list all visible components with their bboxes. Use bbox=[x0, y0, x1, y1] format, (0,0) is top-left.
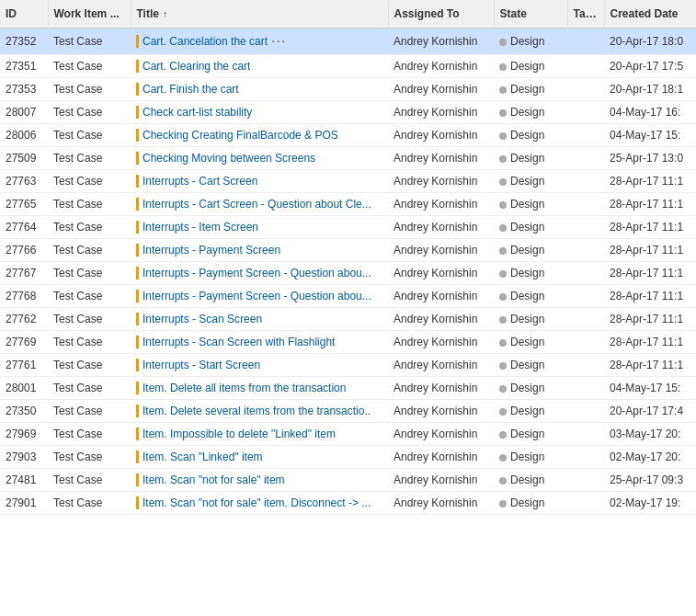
priority-bar-icon bbox=[136, 428, 139, 440]
cell-created-date: 04-May-17 15: bbox=[604, 377, 696, 400]
cell-assigned-to: Andrey Kornishin bbox=[388, 55, 494, 78]
table-row[interactable]: 27969Test CaseItem. Impossible to delete… bbox=[0, 423, 696, 446]
cell-created-date: 02-May-17 20: bbox=[604, 446, 696, 469]
col-header-state[interactable]: State bbox=[494, 0, 567, 29]
cell-state: Design bbox=[494, 147, 567, 170]
cell-work-item: Test Case bbox=[48, 124, 131, 147]
table-row[interactable]: 27350Test CaseItem. Delete several items… bbox=[0, 400, 696, 423]
cell-title[interactable]: Interrupts - Payment Screen - Question a… bbox=[131, 262, 388, 285]
table-row[interactable]: 27352Test CaseCart. Cancelation the cart… bbox=[0, 29, 696, 55]
cell-title[interactable]: Interrupts - Cart Screen bbox=[131, 170, 388, 193]
col-header-id[interactable]: ID bbox=[0, 0, 48, 29]
table-row[interactable]: 27353Test CaseCart. Finish the cartAndre… bbox=[0, 78, 696, 101]
state-dot-icon bbox=[499, 408, 507, 416]
cell-work-item: Test Case bbox=[48, 469, 131, 492]
table-row[interactable]: 27766Test CaseInterrupts - Payment Scree… bbox=[0, 239, 696, 262]
title-text: Interrupts - Payment Screen - Question a… bbox=[143, 267, 371, 279]
cell-title[interactable]: Cart. Clearing the cart bbox=[131, 55, 388, 78]
table-row[interactable]: 27509Test CaseChecking Moving between Sc… bbox=[0, 147, 696, 170]
state-dot-icon bbox=[499, 477, 507, 485]
table-row[interactable]: 27762Test CaseInterrupts - Scan ScreenAn… bbox=[0, 308, 696, 331]
cell-title[interactable]: Interrupts - Payment Screen bbox=[131, 239, 388, 262]
cell-state: Design bbox=[494, 423, 567, 446]
title-text: Interrupts - Scan Screen with Flashlight bbox=[143, 336, 335, 348]
title-text: Item. Delete several items from the tran… bbox=[143, 405, 371, 417]
cell-work-item: Test Case bbox=[48, 262, 131, 285]
cell-title[interactable]: Item. Delete several items from the tran… bbox=[131, 400, 388, 423]
cell-created-date: 03-May-17 20: bbox=[604, 423, 696, 446]
cell-state: Design bbox=[494, 124, 567, 147]
priority-bar-icon bbox=[136, 152, 139, 165]
cell-assigned-to: Andrey Kornishin bbox=[388, 193, 494, 216]
cell-title[interactable]: Interrupts - Cart Screen - Question abou… bbox=[131, 193, 388, 216]
cell-title[interactable]: Interrupts - Item Screen bbox=[131, 216, 388, 239]
table-row[interactable]: 27903Test CaseItem. Scan "Linked" itemAn… bbox=[0, 446, 696, 469]
cell-title[interactable]: Item. Scan "Linked" item bbox=[131, 446, 388, 469]
title-text: Checking Moving between Screens bbox=[143, 152, 315, 165]
cell-id: 28006 bbox=[0, 124, 48, 147]
cell-tags bbox=[567, 354, 604, 377]
cell-title[interactable]: Item. Delete all items from the transact… bbox=[131, 377, 388, 400]
cell-assigned-to: Andrey Kornishin bbox=[388, 262, 494, 285]
state-dot-icon bbox=[499, 500, 507, 508]
table-row[interactable]: 28001Test CaseItem. Delete all items fro… bbox=[0, 377, 696, 400]
cell-created-date: 02-May-17 19: bbox=[604, 492, 696, 515]
cell-title[interactable]: Checking Moving between Screens bbox=[131, 147, 388, 170]
cell-tags bbox=[567, 492, 604, 515]
table-row[interactable]: 27769Test CaseInterrupts - Scan Screen w… bbox=[0, 331, 696, 354]
cell-tags bbox=[567, 193, 604, 216]
cell-assigned-to: Andrey Kornishin bbox=[388, 354, 494, 377]
table-row[interactable]: 27481Test CaseItem. Scan "not for sale" … bbox=[0, 469, 696, 492]
state-dot-icon bbox=[499, 270, 507, 278]
more-options-icon[interactable]: ··· bbox=[271, 33, 286, 50]
priority-bar-icon bbox=[136, 267, 139, 279]
state-dot-icon bbox=[499, 224, 507, 232]
title-text: Cart. Cancelation the cart bbox=[143, 35, 268, 48]
cell-title[interactable]: Interrupts - Scan Screen with Flashlight bbox=[131, 331, 388, 354]
col-header-title[interactable]: Title ↑ bbox=[131, 0, 388, 29]
cell-work-item: Test Case bbox=[48, 308, 131, 331]
col-header-work-item[interactable]: Work Item ... bbox=[48, 0, 131, 29]
cell-title[interactable]: Checking Creating FinalBarcode & POS bbox=[131, 124, 388, 147]
state-dot-icon bbox=[499, 86, 507, 94]
cell-title[interactable]: Interrupts - Start Screen bbox=[131, 354, 388, 377]
table-row[interactable]: 27767Test CaseInterrupts - Payment Scree… bbox=[0, 262, 696, 285]
priority-bar-icon bbox=[136, 473, 139, 486]
title-text: Interrupts - Cart Screen - Question abou… bbox=[143, 198, 371, 211]
cell-assigned-to: Andrey Kornishin bbox=[388, 285, 494, 308]
table-row[interactable]: 27351Test CaseCart. Clearing the cartAnd… bbox=[0, 55, 696, 78]
cell-created-date: 28-Apr-17 11:1 bbox=[604, 331, 696, 354]
title-text: Interrupts - Scan Screen bbox=[143, 313, 262, 325]
col-header-tags[interactable]: Tags bbox=[567, 0, 604, 29]
cell-assigned-to: Andrey Kornishin bbox=[388, 377, 494, 400]
title-text: Check cart-list stability bbox=[143, 106, 252, 119]
cell-title[interactable]: Item. Scan "not for sale" item. Disconne… bbox=[131, 492, 388, 515]
cell-state: Design bbox=[494, 377, 567, 400]
cell-title[interactable]: Check cart-list stability bbox=[131, 101, 388, 124]
col-header-assigned-to[interactable]: Assigned To bbox=[388, 0, 494, 29]
cell-title[interactable]: Interrupts - Scan Screen bbox=[131, 308, 388, 331]
table-row[interactable]: 27764Test CaseInterrupts - Item ScreenAn… bbox=[0, 216, 696, 239]
table-row[interactable]: 27763Test CaseInterrupts - Cart ScreenAn… bbox=[0, 170, 696, 193]
col-header-created-date[interactable]: Created Date bbox=[604, 0, 696, 29]
cell-assigned-to: Andrey Kornishin bbox=[388, 331, 494, 354]
cell-title[interactable]: Cart. Cancelation the cart··· bbox=[131, 29, 388, 55]
cell-state: Design bbox=[494, 55, 567, 78]
cell-work-item: Test Case bbox=[48, 29, 131, 55]
title-text: Cart. Clearing the cart bbox=[143, 60, 250, 73]
cell-assigned-to: Andrey Kornishin bbox=[388, 469, 494, 492]
cell-tags bbox=[567, 262, 604, 285]
table-row[interactable]: 27761Test CaseInterrupts - Start ScreenA… bbox=[0, 354, 696, 377]
table-row[interactable]: 27768Test CaseInterrupts - Payment Scree… bbox=[0, 285, 696, 308]
state-dot-icon bbox=[499, 39, 507, 46]
cell-title[interactable]: Item. Scan "not for sale" item bbox=[131, 469, 388, 492]
table-row[interactable]: 27901Test CaseItem. Scan "not for sale" … bbox=[0, 492, 696, 515]
cell-title[interactable]: Interrupts - Payment Screen - Question a… bbox=[131, 285, 388, 308]
title-text: Interrupts - Cart Screen bbox=[143, 175, 257, 188]
cell-title[interactable]: Cart. Finish the cart bbox=[131, 78, 388, 101]
table-row[interactable]: 28006Test CaseChecking Creating FinalBar… bbox=[0, 124, 696, 147]
cell-title[interactable]: Item. Impossible to delete "Linked" item bbox=[131, 423, 388, 446]
table-row[interactable]: 28007Test CaseCheck cart-list stabilityA… bbox=[0, 101, 696, 124]
table-row[interactable]: 27765Test CaseInterrupts - Cart Screen -… bbox=[0, 193, 696, 216]
cell-id: 28001 bbox=[0, 377, 48, 400]
